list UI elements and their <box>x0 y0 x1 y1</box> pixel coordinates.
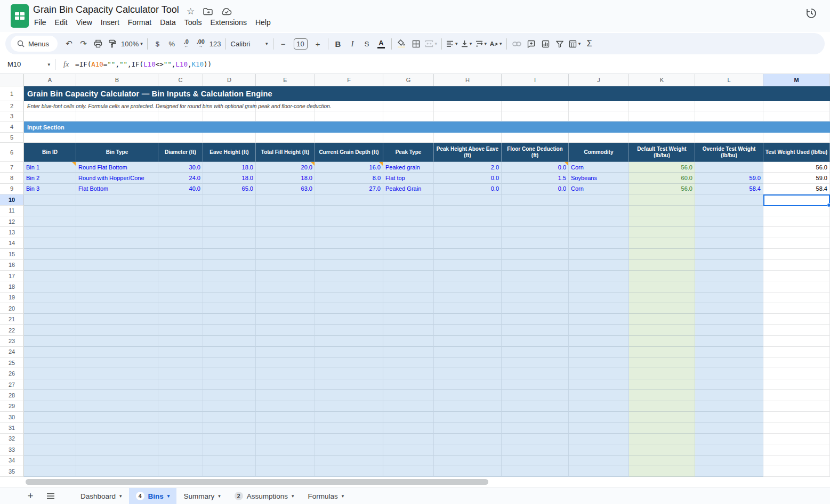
cell-E32[interactable] <box>256 434 315 444</box>
cell-M16[interactable] <box>763 260 830 271</box>
cell-K17[interactable] <box>629 271 695 281</box>
cell-H30[interactable] <box>434 412 502 422</box>
cell-A34[interactable] <box>24 456 76 466</box>
empty-cell[interactable] <box>763 101 830 111</box>
cell-C18[interactable] <box>158 281 203 292</box>
cell-H18[interactable] <box>434 281 502 292</box>
cell-D19[interactable] <box>203 292 256 303</box>
column-header-A[interactable]: A <box>24 74 76 86</box>
cell-H28[interactable] <box>434 390 502 401</box>
cell-M33[interactable] <box>763 444 830 455</box>
column-header-F[interactable]: F <box>315 74 383 86</box>
cell-D31[interactable] <box>203 422 256 433</box>
cell-B35[interactable] <box>76 466 158 477</box>
cell-B18[interactable] <box>76 281 158 292</box>
cell-D24[interactable] <box>203 347 256 357</box>
cell-J26[interactable] <box>569 368 629 379</box>
cell-G10[interactable] <box>383 194 434 205</box>
cell-F15[interactable] <box>315 249 383 259</box>
cell-B27[interactable] <box>76 379 158 390</box>
cell-K26[interactable] <box>629 368 695 379</box>
cell-I32[interactable] <box>502 434 569 444</box>
cell-L27[interactable] <box>695 379 763 390</box>
cell-E30[interactable] <box>256 412 315 422</box>
cell-G23[interactable] <box>383 336 434 346</box>
cell-D33[interactable] <box>203 444 256 455</box>
print-button[interactable] <box>91 37 105 51</box>
cell-C13[interactable] <box>158 227 203 238</box>
cell-G24[interactable] <box>383 347 434 357</box>
cell-C10[interactable] <box>158 194 203 205</box>
cell-C35[interactable] <box>158 466 203 477</box>
cell-E21[interactable] <box>256 314 315 324</box>
row-header-15[interactable]: 15 <box>0 249 24 259</box>
table-header-E[interactable]: Total Fill Height (ft) <box>256 143 315 162</box>
cell-E25[interactable] <box>256 357 315 368</box>
empty-cell[interactable] <box>383 111 434 121</box>
column-header-B[interactable]: B <box>76 74 158 86</box>
cell-F22[interactable] <box>315 325 383 336</box>
cell-K19[interactable] <box>629 292 695 303</box>
cell-L34[interactable] <box>695 456 763 466</box>
cell-A13[interactable] <box>24 227 76 238</box>
cell-B30[interactable] <box>76 412 158 422</box>
cell-J18[interactable] <box>569 281 629 292</box>
cell-C11[interactable] <box>158 206 203 216</box>
cell-L8[interactable]: 59.0 <box>695 173 763 183</box>
cell-C31[interactable] <box>158 422 203 433</box>
row-header-35[interactable]: 35 <box>0 466 24 477</box>
row-header-12[interactable]: 12 <box>0 216 24 227</box>
cell-J12[interactable] <box>569 216 629 227</box>
table-header-I[interactable]: Floor Cone Deduction (ft) <box>502 143 569 162</box>
cell-C9[interactable]: 40.0 <box>158 184 203 194</box>
cell-J35[interactable] <box>569 466 629 477</box>
cell-C24[interactable] <box>158 347 203 357</box>
cell-L19[interactable] <box>695 292 763 303</box>
cell-F10[interactable] <box>315 194 383 205</box>
cell-M11[interactable] <box>763 206 830 216</box>
redo-button[interactable]: ↷ <box>76 37 91 51</box>
cell-E7[interactable]: 20.0 <box>256 162 315 173</box>
cell-L13[interactable] <box>695 227 763 238</box>
cell-D27[interactable] <box>203 379 256 390</box>
cell-K35[interactable] <box>629 466 695 477</box>
cell-K30[interactable] <box>629 412 695 422</box>
menu-file[interactable]: File <box>30 17 51 28</box>
insert-table-button[interactable]: ▾ <box>567 37 583 51</box>
empty-cell[interactable] <box>502 133 569 143</box>
cell-A33[interactable] <box>24 444 76 455</box>
cell-A29[interactable] <box>24 401 76 412</box>
cell-I35[interactable] <box>502 466 569 477</box>
column-header-K[interactable]: K <box>629 74 695 86</box>
cell-L26[interactable] <box>695 368 763 379</box>
cell-G17[interactable] <box>383 271 434 281</box>
cell-G31[interactable] <box>383 422 434 433</box>
cell-J15[interactable] <box>569 249 629 259</box>
row-header-23[interactable]: 23 <box>0 336 24 346</box>
cell-G29[interactable] <box>383 401 434 412</box>
cell-K15[interactable] <box>629 249 695 259</box>
empty-cell[interactable] <box>695 111 763 121</box>
cell-A8[interactable]: Bin 2 <box>24 173 76 183</box>
cell-H17[interactable] <box>434 271 502 281</box>
cell-A10[interactable] <box>24 194 76 205</box>
cell-K31[interactable] <box>629 422 695 433</box>
cell-J13[interactable] <box>569 227 629 238</box>
cell-A18[interactable] <box>24 281 76 292</box>
cell-G18[interactable] <box>383 281 434 292</box>
cell-C12[interactable] <box>158 216 203 227</box>
cell-K22[interactable] <box>629 325 695 336</box>
cell-C14[interactable] <box>158 238 203 249</box>
cell-H21[interactable] <box>434 314 502 324</box>
empty-cell[interactable] <box>502 101 569 111</box>
cell-K34[interactable] <box>629 456 695 466</box>
select-all-corner[interactable] <box>0 74 24 86</box>
cell-A19[interactable] <box>24 292 76 303</box>
cell-J8[interactable]: Soybeans <box>569 173 629 183</box>
cell-I17[interactable] <box>502 271 569 281</box>
cell-J28[interactable] <box>569 390 629 401</box>
row-header-32[interactable]: 32 <box>0 434 24 444</box>
cell-J24[interactable] <box>569 347 629 357</box>
chevron-down-icon[interactable]: ▾ <box>119 493 122 499</box>
sheets-logo-icon[interactable] <box>11 4 29 28</box>
